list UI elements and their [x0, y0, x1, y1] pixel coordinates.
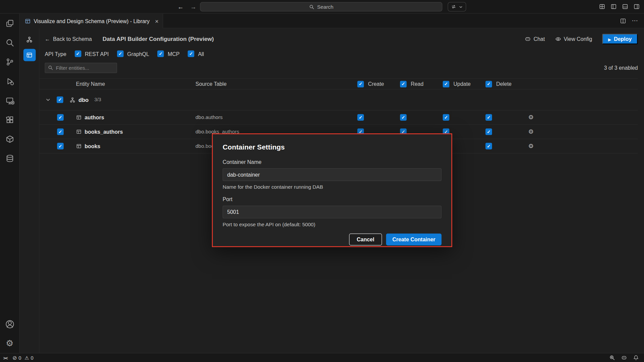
view-config-button[interactable]: View Config	[555, 36, 592, 43]
row-checkbox[interactable]	[57, 129, 64, 135]
row-checkbox[interactable]	[57, 143, 64, 149]
customize-layout-icon[interactable]	[599, 3, 605, 10]
database-projects-icon[interactable]	[0, 129, 19, 149]
container-settings-dialog: Container Settings Container Name Name f…	[212, 133, 452, 247]
row-settings-icon[interactable]	[528, 114, 534, 121]
toggle-secondary-sidebar-icon[interactable]	[633, 3, 640, 10]
port-label: Port	[223, 196, 442, 202]
search-view-icon[interactable]	[0, 33, 19, 52]
remote-indicator-icon[interactable]: ><	[3, 355, 8, 360]
api-type-label: API Type	[45, 51, 66, 57]
notifications-bell-icon[interactable]	[633, 355, 639, 361]
api-option-all[interactable]: All	[188, 51, 204, 57]
tab-close-icon[interactable]	[155, 17, 159, 24]
mcp-checkbox[interactable]	[157, 51, 164, 57]
toggle-primary-sidebar-icon[interactable]	[610, 3, 617, 10]
delete-checkbox[interactable]	[485, 129, 492, 135]
server-disconnected-icon[interactable]	[0, 91, 19, 110]
editor-more-actions-icon[interactable]	[632, 18, 638, 24]
table-row: authors dbo.authors	[40, 110, 638, 125]
delete-checkbox[interactable]	[485, 143, 492, 149]
create-all-checkbox[interactable]	[357, 81, 364, 87]
tab-label: Visualize and Design Schema (Preview) - …	[34, 18, 150, 24]
problems-indicator[interactable]: 0 0	[12, 355, 35, 361]
delete-all-checkbox[interactable]	[485, 81, 492, 87]
container-name-help: Name for the Docker container running DA…	[223, 184, 442, 190]
create-container-button[interactable]: Create Container	[386, 234, 441, 246]
filter-entities-input[interactable]	[45, 63, 117, 73]
dialog-title: Container Settings	[223, 143, 442, 151]
group-count: 3/3	[94, 97, 101, 103]
update-all-checkbox[interactable]	[443, 81, 449, 87]
page-title: Data API Builder Configuration (Preview)	[103, 36, 214, 43]
account-icon[interactable]	[0, 314, 19, 334]
rest-api-checkbox[interactable]	[74, 51, 81, 57]
extensions-icon[interactable]	[0, 110, 19, 129]
row-checkbox[interactable]	[57, 114, 64, 121]
deploy-button[interactable]: Deploy	[602, 34, 638, 44]
command-center-search[interactable]: Search	[200, 2, 442, 11]
graphql-checkbox[interactable]	[117, 51, 124, 57]
tab-visualize-schema[interactable]: Visualize and Design Schema (Preview) - …	[20, 13, 163, 28]
history-back-icon[interactable]	[177, 3, 183, 10]
port-input[interactable]	[223, 205, 442, 218]
port-help: Port to expose the API on (default: 5000…	[223, 222, 442, 227]
schema-designer-icon	[24, 18, 31, 24]
read-all-checkbox[interactable]	[400, 81, 407, 87]
create-checkbox[interactable]	[357, 114, 364, 121]
update-checkbox[interactable]	[443, 114, 449, 121]
tab-bar: Visualize and Design Schema (Preview) - …	[20, 13, 644, 28]
row-settings-icon[interactable]	[528, 143, 534, 149]
table-icon	[76, 115, 82, 120]
back-to-schema-link[interactable]: Back to Schema	[45, 36, 92, 42]
table-icon	[76, 143, 82, 149]
vscode-window: Search	[0, 0, 644, 362]
schema-group-row[interactable]: dbo 3/3	[40, 89, 638, 110]
chat-button[interactable]: Chat	[525, 36, 545, 43]
copilot-status-icon[interactable]	[621, 355, 627, 361]
explorer-icon[interactable]	[0, 13, 19, 33]
title-bar: Search	[0, 0, 644, 13]
split-editor-icon[interactable]	[620, 17, 627, 24]
search-icon	[309, 4, 315, 10]
collapse-chevron-icon[interactable]	[45, 97, 51, 103]
zoom-icon[interactable]	[609, 355, 615, 361]
table-header-row: Entity Name Source Table Create Read Upd…	[40, 78, 638, 89]
view-switcher-rail	[20, 28, 40, 353]
source-control-icon[interactable]	[0, 52, 19, 72]
rail-schema-view-button[interactable]	[23, 33, 36, 46]
eye-icon	[555, 36, 561, 43]
row-settings-icon[interactable]	[528, 128, 534, 135]
database-icon[interactable]	[0, 148, 19, 168]
copilot-session-dropdown[interactable]	[448, 2, 466, 11]
table-icon	[76, 129, 82, 134]
delete-checkbox[interactable]	[485, 114, 492, 121]
play-icon	[608, 36, 611, 42]
activity-bar	[0, 13, 20, 353]
table-settings-icon	[26, 52, 33, 59]
settings-gear-icon[interactable]	[0, 334, 19, 353]
filter-search-icon	[48, 65, 53, 70]
warning-icon	[24, 355, 29, 361]
run-debug-icon[interactable]	[0, 71, 19, 91]
api-option-graphql[interactable]: GraphQL	[117, 51, 149, 57]
all-checkbox[interactable]	[188, 51, 195, 57]
history-forward-icon[interactable]	[190, 3, 196, 10]
read-checkbox[interactable]	[400, 114, 407, 121]
container-name-input[interactable]	[223, 168, 442, 181]
copilot-chat-icon	[525, 36, 531, 43]
schema-icon	[69, 97, 75, 103]
group-checkbox[interactable]	[57, 97, 63, 103]
container-name-label: Container Name	[223, 159, 442, 165]
back-arrow-icon	[45, 36, 50, 42]
chevron-down-icon	[459, 4, 464, 9]
api-type-row: API Type REST API GraphQL MCP	[45, 51, 644, 57]
col-entity-name: Entity Name	[76, 81, 196, 87]
group-name: dbo	[78, 97, 89, 103]
col-source-table: Source Table	[196, 81, 357, 87]
api-option-rest[interactable]: REST API	[74, 51, 109, 57]
cancel-button[interactable]: Cancel	[349, 234, 382, 246]
toggle-panel-icon[interactable]	[622, 3, 629, 10]
rail-dab-config-button[interactable]	[23, 49, 36, 61]
api-option-mcp[interactable]: MCP	[157, 51, 179, 57]
